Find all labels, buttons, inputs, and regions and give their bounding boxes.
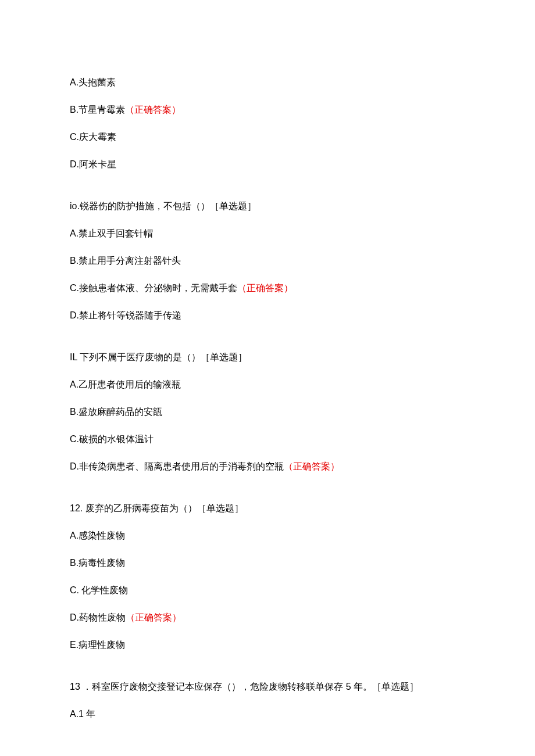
answer-text: D.禁止将针等锐器随手传递 bbox=[70, 310, 181, 320]
answer-line: D.非传染病患者、隔离患者使用后的手消毒剂的空瓶（正确答案） bbox=[70, 460, 465, 474]
answer-text: D.阿米卡星 bbox=[70, 159, 116, 169]
answer-text: B.盛放麻醉药品的安瓿 bbox=[70, 407, 162, 417]
answer-line: A.感染性废物 bbox=[70, 529, 465, 543]
correct-answer-label: （正确答案） bbox=[125, 105, 181, 114]
answer-text: A.感染性废物 bbox=[70, 531, 125, 540]
answer-line: A.乙肝患者使用后的输液瓶 bbox=[70, 378, 465, 392]
answer-text: C.接触患者体液、分泌物时，无需戴手套 bbox=[70, 283, 237, 293]
answer-line: D.药物性废物（正确答案） bbox=[70, 611, 465, 625]
question-line: 13 ．科室医疗废物交接登记本应保存（），危险废物转移联单保存 5 年。［单选题… bbox=[70, 680, 465, 694]
answer-line: B.盛放麻醉药品的安瓿 bbox=[70, 405, 465, 419]
answer-text: B.节星青霉素 bbox=[70, 105, 125, 114]
question-text: io.锐器伤的防护措施，不包括（）［单选题］ bbox=[70, 201, 256, 211]
question-line: io.锐器伤的防护措施，不包括（）［单选题］ bbox=[70, 199, 465, 213]
answer-line: A.1 年 bbox=[70, 707, 465, 721]
answer-text: A.头抱菌素 bbox=[70, 77, 116, 87]
answer-line: E.病理性废物 bbox=[70, 638, 465, 652]
answer-line: C. 化学性废物 bbox=[70, 583, 465, 597]
question-text: IL 下列不属于医疗废物的是（）［单选题］ bbox=[70, 352, 247, 362]
answer-text: C.庆大霉素 bbox=[70, 132, 116, 142]
answer-line: B.病毒性废物 bbox=[70, 556, 465, 570]
question-text: 13 ．科室医疗废物交接登记本应保存（），危险废物转移联单保存 5 年。［单选题… bbox=[70, 682, 419, 691]
answer-text: A.乙肝患者使用后的输液瓶 bbox=[70, 379, 181, 389]
question-line: 12. 废弃的乙肝病毒疫苗为（）［单选题］ bbox=[70, 501, 465, 515]
correct-answer-label: （正确答案） bbox=[284, 461, 340, 471]
answer-text: B.病毒性废物 bbox=[70, 558, 125, 568]
answer-text: E.病理性废物 bbox=[70, 640, 125, 650]
answer-text: A.1 年 bbox=[70, 709, 95, 719]
answer-text: B.禁止用手分离注射器针头 bbox=[70, 256, 181, 266]
answer-line: C.破损的水银体温计 bbox=[70, 432, 465, 446]
answer-text: D.药物性废物 bbox=[70, 612, 126, 622]
answer-line: D.禁止将针等锐器随手传递 bbox=[70, 309, 465, 323]
answer-line: C.庆大霉素 bbox=[70, 130, 465, 144]
answer-text: C.破损的水银体温计 bbox=[70, 434, 154, 444]
question-line: IL 下列不属于医疗废物的是（）［单选题］ bbox=[70, 350, 465, 364]
answer-line: D.阿米卡星 bbox=[70, 157, 465, 171]
answer-text: A.禁止双手回套针帽 bbox=[70, 228, 153, 238]
answer-line: B.节星青霉素（正确答案） bbox=[70, 103, 465, 117]
answer-text: C. 化学性废物 bbox=[70, 585, 128, 595]
question-text: 12. 废弃的乙肝病毒疫苗为（）［单选题］ bbox=[70, 503, 244, 513]
answer-line: C.接触患者体液、分泌物时，无需戴手套（正确答案） bbox=[70, 281, 465, 295]
answer-line: A.禁止双手回套针帽 bbox=[70, 227, 465, 241]
answer-line: B.禁止用手分离注射器针头 bbox=[70, 254, 465, 268]
correct-answer-label: （正确答案） bbox=[126, 612, 181, 622]
answer-text: D.非传染病患者、隔离患者使用后的手消毒剂的空瓶 bbox=[70, 461, 284, 471]
correct-answer-label: （正确答案） bbox=[237, 283, 293, 293]
answer-line: A.头抱菌素 bbox=[70, 76, 465, 89]
